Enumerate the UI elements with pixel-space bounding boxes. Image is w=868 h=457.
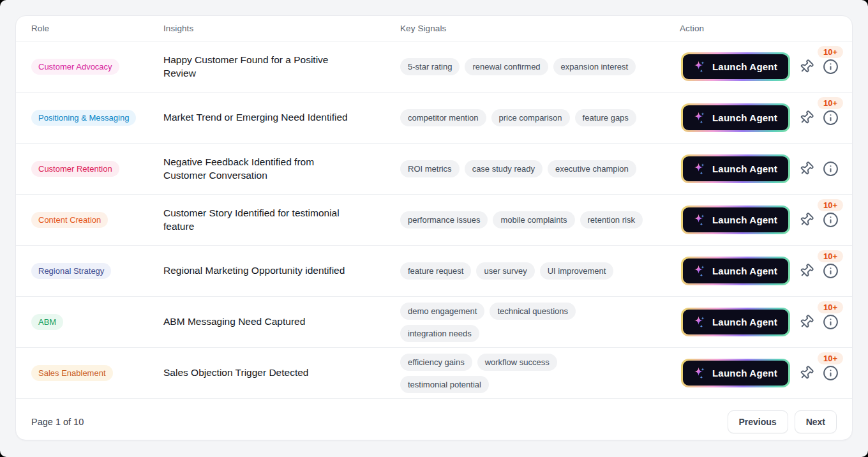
info-button[interactable] [823,110,839,126]
launch-agent-label: Launch Agent [712,368,777,378]
column-header-role: Role [16,24,148,33]
table-body: Customer Advocacy Happy Customer Found f… [16,41,852,407]
pin-icon [799,59,814,74]
signal-pill: feature gaps [575,109,636,126]
info-icon [823,110,839,126]
action-cell: Launch Agent 10+ [664,246,852,296]
insight-text: Negative Feedback Identified from Custom… [148,156,385,183]
previous-button[interactable]: Previous [728,410,788,433]
launch-agent-label: Launch Agent [712,112,777,123]
sparkles-icon [692,366,707,380]
signal-pill: user survey [476,262,534,280]
signals-list: competitor mentionprice comparisonfeatur… [385,109,664,126]
signals-list: 5-star ratingrenewal confirmedexpansion … [385,58,664,75]
signals-list: performance issuesmobile complaintsreten… [385,211,664,228]
signal-pill: retention risk [580,211,643,228]
insight-text: Customer Story Identified for testimonia… [148,207,385,234]
count-badge: 10+ [818,199,843,211]
pin-button[interactable] [799,315,814,329]
column-header-key-signals: Key Signals [385,24,664,33]
pin-button[interactable] [799,213,814,227]
role-badge: Sales Enablement [31,365,113,381]
info-icon [823,314,839,330]
role-cell: Customer Advocacy [16,59,148,75]
role-cell: Sales Enablement [16,365,148,381]
role-badge: Content Creation [31,212,108,228]
pin-icon [799,315,814,329]
pagination-controls: Previous Next [728,410,837,433]
action-cell: Launch Agent 10+ [664,297,852,347]
signal-pill: executive champion [548,160,636,177]
role-badge: Customer Advocacy [31,59,119,75]
pin-button[interactable] [799,264,814,278]
launch-agent-label: Launch Agent [712,163,777,174]
count-badge: 10+ [818,301,843,313]
info-icon [823,365,839,381]
launch-agent-button[interactable]: Launch Agent [681,206,790,234]
action-cell: Launch Agent 10+ [664,41,852,92]
info-button[interactable] [823,161,839,177]
role-cell: ABM [16,314,148,330]
launch-agent-button[interactable]: Launch Agent [681,308,790,336]
role-badge: ABM [31,314,63,330]
sparkles-icon [692,110,707,125]
role-cell: Content Creation [16,212,148,228]
info-button[interactable] [823,59,839,75]
action-cell: Launch Agent 10+ [664,93,852,143]
pin-icon [799,264,814,278]
insight-text: Happy Customer Found for a Positive Revi… [148,54,385,80]
table-row: Content Creation Customer Story Identifi… [16,195,852,246]
pin-icon [799,161,814,176]
signal-pill: expansion interest [553,58,636,75]
signal-pill: feature request [400,262,471,280]
table-row: Customer Retention Negative Feedback Ide… [16,144,852,195]
column-header-insights: Insights [148,24,385,33]
info-icon [823,263,839,279]
table-row: ABM ABM Messaging Need Captured demo eng… [16,297,852,348]
pin-button[interactable] [799,110,814,125]
launch-agent-button[interactable]: Launch Agent [681,257,790,285]
signal-pill: price comparison [491,109,570,126]
signal-pill: technical questions [490,303,576,320]
page-status: Page 1 of 10 [31,417,84,427]
count-badge: 10+ [818,352,843,364]
signal-pill: testimonial potential [400,376,489,393]
column-header-action: Action [664,24,852,33]
action-cell: Launch Agent [664,144,852,194]
insights-table-card: Role Insights Key Signals Action Custome… [15,15,853,440]
insight-text: Sales Objection Trigger Detected [148,366,385,380]
table-row: Regional Strategy Regional Marketing Opp… [16,246,852,297]
table-footer: Page 1 of 10 Previous Next [16,407,852,440]
info-button[interactable] [823,314,839,330]
launch-agent-label: Launch Agent [712,61,777,72]
info-button[interactable] [823,263,839,279]
role-cell: Regional Strategy [16,263,148,279]
launch-agent-label: Launch Agent [712,317,777,327]
pin-button[interactable] [799,366,814,380]
pin-button[interactable] [799,59,814,74]
signals-list: efficiency gainsworkflow successtestimon… [385,354,664,393]
pin-button[interactable] [799,161,814,176]
launch-agent-button[interactable]: Launch Agent [681,103,790,132]
launch-agent-button[interactable]: Launch Agent [681,52,790,81]
count-badge: 10+ [818,250,843,262]
info-button[interactable] [823,212,839,228]
signals-list: ROI metricscase study readyexecutive cha… [385,160,664,177]
pin-icon [799,213,814,227]
table-row: Customer Advocacy Happy Customer Found f… [16,41,852,93]
table-row: Positioning & Messaging Market Trend or … [16,93,852,144]
launch-agent-button[interactable]: Launch Agent [681,154,790,183]
info-button[interactable] [823,365,839,381]
next-button[interactable]: Next [795,410,837,433]
launch-agent-button[interactable]: Launch Agent [681,359,790,387]
insight-text: ABM Messaging Need Captured [148,315,385,329]
role-cell: Positioning & Messaging [16,110,148,126]
sparkles-icon [692,213,707,227]
signal-pill: UI improvement [540,262,614,280]
signal-pill: renewal confirmed [465,58,548,75]
signal-pill: efficiency gains [400,354,472,371]
sparkles-icon [692,264,707,278]
pin-icon [799,110,814,125]
signal-pill: 5-star rating [400,58,460,75]
signal-pill: mobile complaints [493,211,574,228]
